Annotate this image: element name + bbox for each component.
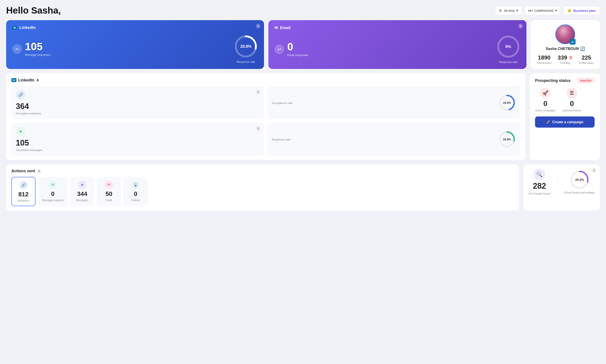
email-rate-label: Response rate: [499, 60, 517, 64]
acceptance-rate-value: 44.8%: [503, 101, 511, 104]
top-controls: 🗓 All time ▾ MY CAMPAIGNS ▾ 👑 Business p…: [495, 6, 600, 15]
email-card-header: ✉ Email: [274, 26, 520, 30]
answered-count: 105: [16, 138, 260, 147]
business-plan-label: Business plan: [573, 9, 596, 13]
campaigns-filter-btn[interactable]: MY CAMPAIGNS ▾: [525, 6, 561, 15]
vertical-divider: [557, 176, 558, 189]
profile-stats-row: 1890 Connections 339 🗑 Pending 225 Profi…: [537, 54, 594, 65]
avatar-linkedin-badge: in: [570, 39, 576, 45]
email-rate-value: 0%: [505, 44, 511, 49]
linkedin-refresh-icon: ↩: [12, 44, 22, 54]
actions-stats: 🔗 812 Invitations ✉ 0 Message requests ➤…: [11, 177, 514, 206]
messages-label: Messages: [76, 199, 88, 202]
response-rate-label: Response rate: [272, 138, 291, 141]
action-invitations[interactable]: 🔗 812 Invitations: [11, 177, 36, 206]
profile-views-count: 225: [582, 54, 591, 61]
linkedin-card-header: in LinkedIn: [12, 26, 258, 30]
email-refresh-icon: ↩: [274, 44, 284, 54]
trash-icon[interactable]: 🗑: [569, 55, 573, 60]
create-campaign-label: Create a campaign: [552, 120, 583, 124]
action-message-requests[interactable]: ✉ 0 Message requests: [38, 177, 67, 206]
inactive-badge: Inactive: [577, 78, 595, 83]
business-plan-btn[interactable]: 👑 Business plan: [563, 6, 600, 15]
email-card-title: Email: [280, 26, 291, 30]
email-found-right: 29.2% Email found percentage: [565, 170, 595, 194]
message-requests-icon: ✉: [48, 180, 57, 189]
actions-info-icon[interactable]: ℹ: [37, 169, 41, 173]
linkedin-in-badge: in: [12, 26, 17, 30]
answered-label: Answered messages: [16, 148, 260, 152]
email-found-stats: 🔍 282 Pro Emails found 29.2% Email found…: [529, 169, 595, 195]
linkedin-section-badge: in: [11, 78, 16, 82]
create-campaign-btn[interactable]: 🚀 Create a campaign: [535, 117, 595, 128]
profile-pending-label: Pending: [560, 62, 570, 65]
email-found-count: 282: [533, 182, 546, 191]
response-rate-circle: 28.8%: [498, 130, 516, 148]
email-icon: ✉: [274, 26, 278, 30]
linkedin-stats-grid: ℹ 🔗 364 Accepted invitations Acceptance …: [11, 86, 520, 156]
active-campaigns-label: Active campaigns: [535, 109, 556, 112]
follows-count: 0: [134, 190, 137, 197]
action-messages[interactable]: ➤ 344 Messages: [70, 177, 94, 206]
time-filter-label: All time: [504, 9, 515, 13]
email-response-label: Email responses: [287, 53, 308, 57]
profile-name: Sasha CHETBOUN 🔄: [546, 46, 585, 51]
profile-connections-stat: 1890 Connections: [537, 54, 552, 65]
accepted-label: Accepted invitations: [16, 112, 260, 115]
answered-messages-card: ℹ ➤ 105 Answered messages: [11, 123, 264, 156]
linkedin-stat-left: ↩ 105 Message responses: [12, 41, 50, 56]
time-filter-btn[interactable]: 🗓 All time ▾: [495, 6, 522, 15]
linkedin-section-title: LinkedIn: [18, 78, 34, 82]
actions-card: Actions sent ℹ 🔗 812 Invitations ✉ 0 Mes…: [6, 164, 519, 210]
accepted-invitations-card: ℹ 🔗 364 Accepted invitations: [11, 86, 264, 119]
second-row: in LinkedIn ∧ ℹ 🔗 364 Accepted invitatio…: [6, 73, 600, 160]
visits-icon: 👁: [105, 180, 113, 189]
message-requests-count: 0: [51, 190, 54, 197]
linkedin-section-header: in LinkedIn ∧: [11, 78, 520, 82]
accepted-count: 364: [16, 102, 260, 111]
acceptance-rate-card: Acceptance rate 44.8%: [268, 86, 520, 119]
accepted-info-icon[interactable]: ℹ: [256, 90, 260, 94]
prospecting-card: Prospecting status Inactive 🚀 0 Active c…: [530, 73, 600, 160]
visits-count: 50: [105, 190, 112, 197]
prospecting-stats: 🚀 0 Active campaigns ☰ 0 Queued actions: [535, 88, 595, 112]
email-found-percentage-circle: 29.2%: [570, 170, 589, 190]
response-rate-card: Response rate 28.8%: [268, 123, 520, 156]
email-found-info-icon[interactable]: ℹ: [592, 168, 596, 173]
linkedin-responses-stat: ↩ 105 Message responses: [12, 41, 50, 56]
avatar-container: in: [555, 25, 575, 44]
list-icon: ☰: [566, 88, 577, 98]
greeting: Hello Sasha,: [6, 5, 61, 16]
profile-card: in Sasha CHETBOUN 🔄 1890 Connections 339…: [531, 20, 600, 69]
rocket-btn-icon: 🚀: [546, 120, 551, 124]
message-icon: ➤: [16, 127, 26, 136]
invitations-icon: 🔗: [19, 181, 28, 190]
profile-connections-count: 1890: [538, 54, 551, 61]
linkedin-overview-card: ℹ in LinkedIn ↩ 105 Message responses: [6, 20, 264, 69]
crown-icon: 👑: [567, 9, 572, 13]
email-found-card: ℹ 🔍 282 Pro Emails found 29.2% Email fou…: [523, 164, 600, 210]
email-stat-left: ↩ 0 Email responses: [274, 42, 308, 57]
linkedin-section: in LinkedIn ∧ ℹ 🔗 364 Accepted invitatio…: [6, 73, 525, 160]
active-campaigns-count: 0: [543, 100, 547, 108]
email-overview-card: ℹ ✉ Email ↩ 0 Email responses: [268, 20, 526, 69]
email-info-icon[interactable]: ℹ: [518, 24, 523, 28]
actions-title: Actions sent: [11, 169, 35, 173]
linkedin-card-stats: ↩ 105 Message responses 28.8% Response r…: [12, 34, 258, 64]
follows-icon: 📡: [131, 180, 140, 189]
rocket-icon: 🚀: [540, 88, 551, 98]
acceptance-rate-label: Acceptance rate: [272, 101, 293, 105]
action-visits[interactable]: 👁 50 Visits: [97, 177, 121, 206]
answered-info-icon[interactable]: ℹ: [256, 126, 260, 131]
linkedin-rate-value: 28.8%: [240, 44, 252, 49]
email-responses-stat: ↩ 0 Email responses: [274, 42, 308, 57]
invitations-label: Invitations: [17, 199, 29, 202]
action-follows[interactable]: 📡 0 Follows: [123, 177, 148, 206]
profile-pending-stat: 339 🗑 Pending: [558, 54, 573, 65]
linkedin-info-icon[interactable]: ℹ: [256, 24, 260, 28]
profile-views-stat: 225 Profile views: [579, 54, 594, 65]
linkedin-response-label: Message responses: [25, 53, 50, 56]
top-bar: Hello Sasha, 🗓 All time ▾ MY CAMPAIGNS ▾…: [6, 5, 600, 16]
email-found-left: 🔍 282 Pro Emails found: [529, 169, 550, 195]
chevron-down-icon: ▾: [516, 9, 518, 13]
